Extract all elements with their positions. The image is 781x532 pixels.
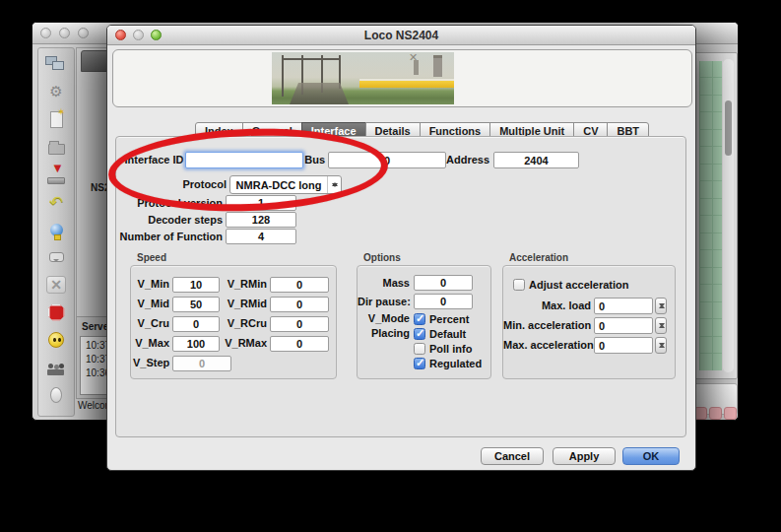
max-load-label: Max. load	[503, 299, 591, 313]
placing-label: Placing	[358, 326, 410, 341]
mass-field[interactable]	[414, 275, 473, 291]
v-rmax-label: V_RMax	[220, 336, 267, 351]
apply-button[interactable]: Apply	[553, 447, 616, 465]
close-window-button[interactable]	[40, 28, 51, 38]
adjust-acceleration-checkbox[interactable]	[513, 279, 525, 291]
min-acceleration-label: Min. acceleration	[503, 318, 591, 333]
decoder-steps-field[interactable]	[226, 212, 296, 228]
v-rmin-label: V_RMin	[220, 277, 267, 292]
address-label: Address	[446, 153, 488, 167]
v-rmin-field[interactable]	[270, 277, 329, 293]
church-tower-shape	[433, 55, 442, 77]
undo-icon[interactable]: ↶	[42, 190, 70, 214]
max-load-stepper[interactable]	[655, 298, 667, 314]
default-checkbox-label[interactable]: Default	[429, 328, 466, 340]
v-cru-field[interactable]	[172, 316, 220, 332]
min-acceleration-field[interactable]	[594, 317, 653, 334]
function-button[interactable]	[724, 407, 737, 420]
v-mid-label: V_Mid	[133, 297, 169, 311]
windmill-shape	[414, 60, 419, 75]
green-grid-table[interactable]	[699, 61, 722, 370]
loco-image-box	[112, 49, 692, 107]
dialog-titlebar[interactable]: Loco NS2404	[107, 26, 695, 45]
zoom-window-button[interactable]	[78, 28, 89, 38]
crossing-workers-icon[interactable]	[42, 356, 70, 379]
speed-group: Speed V_Min V_RMin V_Mid V_RMid V_Cru V_…	[130, 265, 337, 379]
decoder-steps-label: Decoder steps	[116, 213, 223, 228]
max-acceleration-stepper[interactable]	[655, 337, 667, 354]
v-rmid-field[interactable]	[270, 297, 329, 312]
chat-bubble-icon[interactable]	[42, 245, 70, 269]
percent-checkbox-label[interactable]: Percent	[429, 313, 469, 325]
v-min-field[interactable]	[172, 277, 220, 293]
v-cru-label: V_Cru	[133, 316, 169, 331]
v-rmax-field[interactable]	[270, 336, 329, 352]
cancel-button[interactable]: Cancel	[481, 447, 544, 465]
dialog-title: Loco NS2404	[107, 29, 695, 42]
v-max-field[interactable]	[172, 336, 220, 352]
network-monitors-icon[interactable]	[42, 52, 70, 76]
v-rmid-label: V_RMid	[220, 297, 267, 311]
address-field[interactable]	[493, 152, 579, 168]
new-file-icon[interactable]	[42, 107, 70, 131]
ok-button[interactable]: OK	[622, 447, 680, 465]
v-mid-field[interactable]	[172, 297, 220, 312]
lamp-icon[interactable]	[42, 218, 70, 241]
min-acceleration-stepper[interactable]	[655, 317, 667, 334]
poll-info-checkbox[interactable]	[414, 343, 425, 355]
regulated-checkbox-label[interactable]: Regulated	[429, 358, 482, 369]
max-acceleration-label: Max. acceleration	[503, 338, 591, 353]
gears-icon[interactable]: ⚙	[42, 80, 70, 103]
max-acceleration-field[interactable]	[594, 337, 653, 354]
mouse-icon[interactable]	[42, 383, 70, 407]
dir-pause-field[interactable]	[414, 294, 473, 309]
scrollbar-thumb[interactable]	[725, 100, 732, 156]
speed-group-title: Speed	[137, 252, 166, 263]
main-toolbar: ⚙ ▼ ↶ ✕	[37, 47, 75, 417]
v-max-label: V_Max	[133, 336, 169, 351]
dir-pause-label: Dir pause:	[358, 295, 410, 309]
track-plan-panel	[692, 52, 738, 379]
stop-sign-icon[interactable]	[42, 300, 70, 324]
mass-label: Mass	[358, 276, 410, 291]
default-checkbox[interactable]	[414, 328, 425, 340]
regulated-checkbox[interactable]	[414, 358, 425, 369]
max-load-field[interactable]	[594, 298, 653, 314]
v-rcru-label: V_RCru	[220, 316, 267, 331]
train-shape	[359, 79, 454, 88]
adjust-acceleration-label[interactable]: Adjust acceleration	[529, 279, 628, 291]
acceleration-group-title: Acceleration	[509, 252, 568, 263]
v-mode-label: V_Mode	[358, 311, 410, 326]
options-group-title: Options	[363, 252, 401, 263]
smiley-icon[interactable]	[42, 328, 70, 352]
v-step-field	[172, 356, 231, 371]
acceleration-group: Acceleration Adjust acceleration Max. lo…	[502, 265, 676, 379]
function-button[interactable]	[709, 407, 722, 420]
number-of-function-label: Number of Function	[116, 230, 223, 244]
v-min-label: V_Min	[133, 277, 169, 292]
poll-info-checkbox-label[interactable]: Poll info	[429, 343, 472, 355]
loco-properties-dialog: Loco NS2404 Index General Interface Deta…	[106, 25, 696, 471]
close-x-icon[interactable]: ✕	[42, 273, 70, 297]
function-button-row	[694, 407, 739, 420]
open-folder-icon[interactable]	[42, 135, 70, 159]
number-of-function-field[interactable]	[226, 229, 296, 244]
v-rcru-field[interactable]	[270, 316, 329, 332]
v-step-label: V_Step	[133, 356, 169, 370]
percent-checkbox[interactable]	[414, 313, 425, 325]
loco-photo	[272, 52, 454, 104]
save-inbox-icon[interactable]: ▼	[42, 163, 70, 186]
minimize-window-button[interactable]	[59, 28, 70, 38]
options-group: Options Mass Dir pause: V_Mode Percent P…	[357, 265, 491, 379]
vertical-scrollbar[interactable]	[723, 59, 734, 372]
